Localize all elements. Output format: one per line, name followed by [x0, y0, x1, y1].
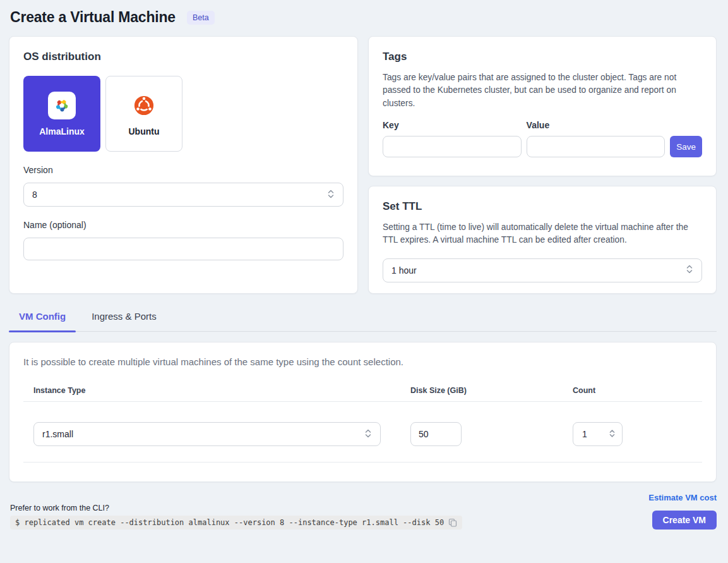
count-stepper[interactable]: 1: [573, 422, 623, 446]
estimate-vm-cost-link[interactable]: Estimate VM cost: [648, 493, 717, 502]
create-vm-page: Create a Virtual Machine Beta OS distrib…: [0, 0, 728, 530]
cli-section: Prefer to work from the CLI? $ replicate…: [10, 493, 462, 530]
chevron-updown-icon: [609, 428, 616, 440]
column-header-instance-type: Instance Type: [23, 386, 400, 395]
cli-command-pill: $ replicated vm create --distribution al…: [10, 516, 462, 530]
ubuntu-logo-icon: [134, 92, 154, 119]
os-distribution-card: OS distribution AlmaLinux: [9, 36, 358, 294]
ttl-card-title: Set TTL: [383, 200, 702, 213]
table-bottom-divider: [23, 462, 702, 463]
tag-value-field-group: Value: [527, 120, 665, 157]
disk-size-input[interactable]: [410, 422, 462, 446]
right-column: Tags Tags are key/value pairs that are a…: [368, 36, 717, 294]
top-cards-grid: OS distribution AlmaLinux: [9, 36, 717, 294]
ttl-card-description: Setting a TTL (time to live) will automa…: [383, 221, 702, 247]
tags-card-description: Tags are key/value pairs that are assign…: [383, 71, 702, 110]
copy-icon[interactable]: [448, 518, 457, 527]
ttl-select-value: 1 hour: [391, 265, 417, 275]
page-title: Create a Virtual Machine: [10, 9, 176, 26]
tags-card-title: Tags: [383, 51, 702, 63]
set-ttl-card: Set TTL Setting a TTL (time to live) wil…: [368, 186, 717, 294]
tag-key-input[interactable]: [383, 136, 522, 157]
chevron-updown-icon: [327, 188, 335, 202]
os-tile-ubuntu[interactable]: Ubuntu: [105, 76, 182, 152]
tags-card: Tags Tags are key/value pairs that are a…: [368, 36, 717, 176]
version-label: Version: [23, 165, 343, 175]
version-select-value: 8: [32, 190, 37, 200]
beta-badge: Beta: [187, 11, 215, 25]
vm-table-header: Instance Type Disk Size (GiB) Count: [23, 386, 702, 395]
vm-table-row: r1.small 1: [23, 422, 702, 446]
chevron-updown-icon: [364, 428, 372, 441]
os-tile-label: AlmaLinux: [39, 126, 85, 136]
page-header: Create a Virtual Machine Beta: [9, 9, 717, 26]
name-input[interactable]: [23, 238, 343, 260]
disk-size-cell: [400, 422, 563, 446]
name-label: Name (optional): [23, 220, 343, 230]
save-tag-button[interactable]: Save: [670, 136, 702, 157]
tag-value-input[interactable]: [527, 136, 665, 157]
os-card-title: OS distribution: [23, 51, 343, 63]
instance-type-cell: r1.small: [23, 422, 400, 446]
tag-key-label: Key: [383, 120, 522, 130]
almalinux-logo-icon: [48, 92, 76, 119]
column-header-disk-size: Disk Size (GiB): [400, 386, 563, 395]
cli-command-text: $ replicated vm create --distribution al…: [15, 518, 444, 527]
os-tiles: AlmaLinux: [23, 76, 343, 152]
tag-value-label: Value: [527, 120, 665, 130]
tab-vm-config[interactable]: VM Config: [9, 311, 76, 331]
vm-config-note: It is possible to create multiple virtua…: [23, 356, 702, 367]
tab-ingress-ports[interactable]: Ingress & Ports: [81, 311, 167, 331]
table-header-divider: [23, 401, 702, 402]
tags-input-row: Key Value Save: [383, 120, 702, 157]
chevron-updown-icon: [686, 263, 693, 277]
os-tile-almalinux[interactable]: AlmaLinux: [23, 76, 100, 152]
version-select[interactable]: 8: [23, 183, 343, 207]
vm-config-card: It is possible to create multiple virtua…: [9, 342, 717, 482]
instance-type-value: r1.small: [42, 429, 73, 439]
ttl-select[interactable]: 1 hour: [383, 258, 702, 282]
page-footer: Prefer to work from the CLI? $ replicate…: [9, 493, 717, 530]
instance-type-select[interactable]: r1.small: [33, 422, 381, 446]
cli-prompt-text: Prefer to work from the CLI?: [10, 504, 462, 512]
create-vm-button[interactable]: Create VM: [652, 511, 717, 530]
config-tabs: VM Config Ingress & Ports: [9, 311, 717, 332]
count-value: 1: [582, 429, 587, 439]
count-cell: 1: [563, 422, 702, 446]
tag-key-field-group: Key: [383, 120, 522, 157]
actions-section: Estimate VM cost Create VM: [648, 493, 717, 530]
column-header-count: Count: [563, 386, 702, 395]
os-tile-label: Ubuntu: [129, 126, 160, 136]
